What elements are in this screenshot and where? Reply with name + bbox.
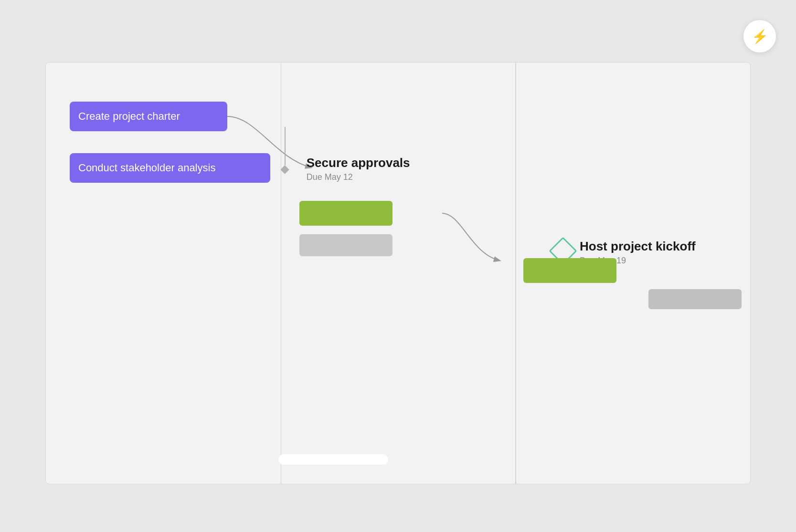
gray-bar-2[interactable] [648,289,742,309]
kickoff-title: Host project kickoff [580,239,696,254]
task-conduct-stakeholder-analysis[interactable]: Conduct stakeholder analysis [70,153,270,183]
approval-due: Due May 12 [307,172,410,182]
milestone-line [285,127,286,165]
connector-bar1-kickoff [442,213,499,261]
approval-card: Secure approvals Due May 12 [307,156,410,182]
task-conduct-stakeholder-analysis-label: Conduct stakeholder analysis [78,162,215,174]
green-bar-1[interactable] [299,201,393,226]
task-create-project-charter[interactable]: Create project charter [70,102,227,131]
approval-milestone-marker [282,127,288,173]
green-bar-2[interactable] [523,258,616,283]
column-divider-2 [515,63,516,484]
task-create-project-charter-label: Create project charter [78,110,180,123]
approval-title: Secure approvals [307,156,410,170]
scroll-bar[interactable] [278,454,388,465]
approval-milestone-diamond [280,165,289,174]
lightning-button[interactable]: ⚡ [743,20,776,52]
gantt-chart: Create project charter Conduct stakehold… [45,62,751,484]
column-divider-1 [281,63,282,484]
gray-bar-1[interactable] [299,234,393,256]
lightning-icon: ⚡ [752,29,768,44]
